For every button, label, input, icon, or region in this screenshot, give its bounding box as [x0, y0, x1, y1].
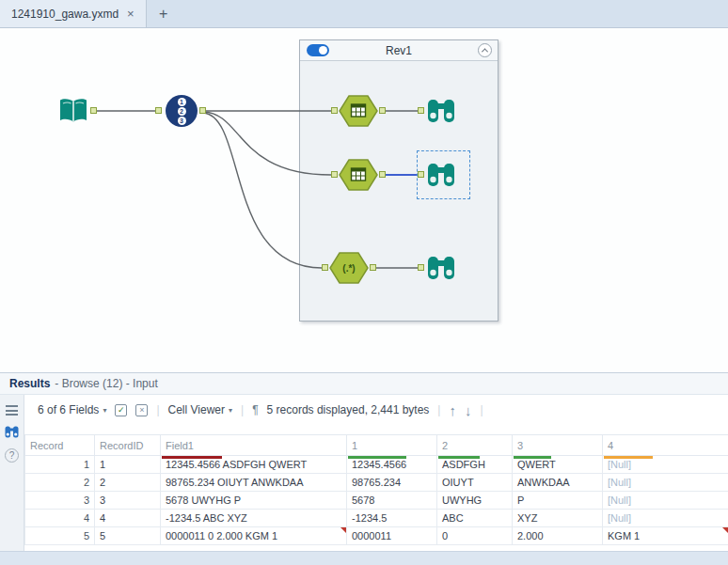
table-cell[interactable]: 2	[95, 474, 161, 492]
chevron-down-icon: ▾	[229, 406, 232, 415]
texttocolumns1-input-anchor[interactable]	[331, 107, 338, 114]
table-cell[interactable]: ANWKDAA	[513, 474, 603, 492]
deselect-fields-icon[interactable]: ×	[135, 404, 148, 416]
results-table-wrap: RecordRecordIDField11234 1112345.4566 AS…	[24, 434, 728, 545]
fields-dropdown-label: 6 of 6 Fields	[38, 403, 99, 416]
results-panel-header: Results - Browse (12) - Input	[0, 372, 728, 395]
regex-input-anchor[interactable]	[322, 264, 328, 271]
column-header-4[interactable]: 4	[603, 435, 728, 456]
table-cell[interactable]: [Null]	[603, 456, 728, 474]
table-cell[interactable]: 1	[95, 456, 161, 474]
row-number-cell[interactable]: 1	[25, 456, 95, 474]
table-cell[interactable]: 5678 UWYHG P	[161, 492, 347, 510]
table-cell[interactable]: 0000011 0 2.000 KGM 1	[161, 527, 347, 545]
scroll-up-icon[interactable]: ↑	[449, 403, 456, 417]
row-number-cell[interactable]: 2	[25, 474, 95, 492]
column-header-recordid[interactable]: RecordID	[95, 435, 161, 456]
browse1-input-anchor[interactable]	[418, 107, 424, 114]
fields-dropdown[interactable]: 6 of 6 Fields ▾	[38, 403, 106, 416]
row-number-cell[interactable]: 3	[25, 492, 95, 510]
column-header-1[interactable]: 1	[347, 435, 437, 456]
table-cell[interactable]: 98765.234	[347, 474, 437, 492]
sort-output-anchor[interactable]	[199, 107, 206, 114]
table-row: 1112345.4566 ASDFGH QWERT12345.4566ASDFG…	[25, 456, 728, 474]
input-data-tool[interactable]	[56, 94, 90, 131]
table-cell[interactable]: 0000011	[347, 527, 437, 545]
table-cell[interactable]: QWERT	[513, 456, 603, 474]
column-header-3[interactable]: 3	[513, 435, 603, 456]
texttocolumns1-output-anchor[interactable]	[379, 107, 386, 114]
wire-sort-to-texttocolumns-2[interactable]	[203, 112, 331, 175]
table-cell[interactable]: KGM 1	[603, 527, 728, 545]
hexagon-table-icon	[339, 158, 378, 192]
browse-view-icon[interactable]	[4, 425, 20, 439]
workflow-tab[interactable]: 1241910_gawa.yxmd ×	[0, 0, 147, 27]
binoculars-icon	[425, 97, 457, 125]
data-quality-bar	[438, 456, 480, 459]
input-data-book-icon	[56, 94, 90, 128]
cell-viewer-dropdown[interactable]: Cell Viewer ▾	[168, 403, 232, 416]
binoculars-icon	[425, 254, 457, 282]
wire-sort-to-regex[interactable]	[203, 113, 322, 268]
column-header-field1[interactable]: Field1	[161, 435, 347, 456]
table-row: 44-1234.5 ABC XYZ-1234.5ABCXYZ[Null]	[25, 510, 728, 527]
row-number-cell[interactable]: 5	[25, 527, 95, 545]
table-cell[interactable]: UWYHG	[437, 492, 513, 510]
browse-tool-3[interactable]	[425, 254, 457, 285]
new-tab-button[interactable]: +	[147, 0, 181, 27]
table-cell[interactable]: OIUYT	[437, 474, 513, 492]
table-cell[interactable]: [Null]	[603, 510, 728, 527]
table-cell[interactable]: -1234.5	[347, 510, 437, 527]
table-cell[interactable]: 3	[95, 492, 161, 510]
column-header-2[interactable]: 2	[437, 435, 513, 456]
table-cell[interactable]: 12345.4566 ASDFGH QWERT	[161, 456, 347, 474]
regex-tool[interactable]: (.*)	[329, 251, 369, 288]
hexagon-regex-icon: (.*)	[329, 251, 369, 285]
chevron-down-icon: ▾	[103, 406, 106, 415]
results-main: 6 of 6 Fields ▾ ✓ × | Cell Viewer ▾ | ¶ …	[24, 395, 728, 565]
column-header-record[interactable]: Record	[25, 435, 95, 456]
scroll-down-icon[interactable]: ↓	[465, 403, 472, 417]
results-footer-band	[0, 551, 728, 565]
whitespace-toggle-icon[interactable]: ¶	[252, 403, 258, 416]
sort-input-anchor[interactable]	[155, 107, 162, 114]
help-icon[interactable]: ?	[5, 448, 19, 463]
table-cell[interactable]: 98765.234 OIUYT ANWKDAA	[161, 474, 347, 492]
sort-number-1: 1	[178, 98, 186, 106]
select-all-fields-icon[interactable]: ✓	[115, 404, 127, 416]
texttocolumns2-output-anchor[interactable]	[379, 171, 386, 178]
texttocolumns2-input-anchor[interactable]	[331, 171, 338, 178]
data-quality-bar	[162, 456, 222, 459]
data-quality-bar	[348, 456, 406, 459]
table-cell[interactable]: 0	[437, 527, 513, 545]
table-cell[interactable]: 5678	[347, 492, 437, 510]
config-list-icon[interactable]	[6, 405, 18, 416]
table-cell[interactable]: XYZ	[513, 510, 603, 527]
workflow-tab-label: 1241910_gawa.yxmd	[11, 8, 119, 21]
input-output-anchor[interactable]	[90, 107, 97, 114]
text-to-columns-tool-1[interactable]	[339, 94, 378, 131]
table-cell[interactable]: ASDFGH	[437, 456, 513, 474]
table-cell[interactable]: 2.000	[513, 527, 603, 545]
close-tab-icon[interactable]: ×	[127, 7, 135, 21]
sort-number-2: 2	[178, 107, 186, 116]
workflow-canvas[interactable]: Rev1 1 2 3	[0, 28, 728, 372]
table-cell[interactable]: ABC	[437, 510, 513, 527]
toolbar-separator: |	[437, 403, 440, 416]
toolbar-separator: |	[480, 403, 483, 416]
table-cell[interactable]: 12345.4566	[347, 456, 437, 474]
table-cell[interactable]: [Null]	[603, 474, 728, 492]
table-cell[interactable]: 4	[95, 510, 161, 527]
table-cell[interactable]: 5	[95, 527, 161, 545]
browse-tool-1[interactable]	[425, 97, 457, 128]
data-quality-bar	[514, 456, 551, 459]
row-number-cell[interactable]: 4	[25, 510, 95, 527]
results-title: Results	[9, 377, 50, 390]
browse3-input-anchor[interactable]	[418, 264, 424, 271]
table-cell[interactable]: P	[513, 492, 603, 510]
text-to-columns-tool-2[interactable]	[339, 158, 378, 195]
table-cell[interactable]: [Null]	[603, 492, 728, 510]
sort-tool[interactable]: 1 2 3	[166, 95, 198, 127]
regex-output-anchor[interactable]	[370, 264, 376, 271]
table-cell[interactable]: -1234.5 ABC XYZ	[161, 510, 347, 527]
